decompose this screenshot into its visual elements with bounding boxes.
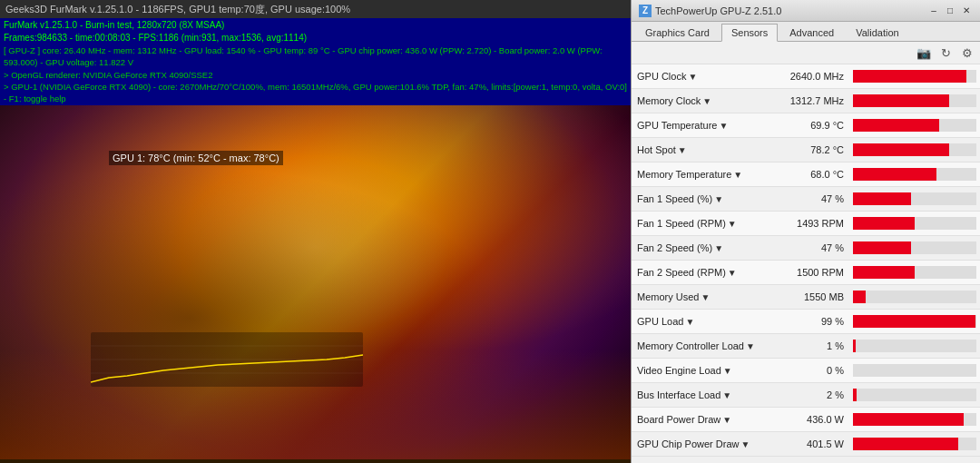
tab-validation[interactable]: Validation (846, 24, 909, 41)
gpuz-tab-bar: Graphics Card Sensors Advanced Validatio… (632, 22, 980, 42)
sensor-name-10: GPU Load▼ (632, 316, 777, 327)
gpu-temp-label: GPU 1: 78°C (min: 52°C - max: 78°C) (109, 151, 283, 165)
sensor-dropdown-4[interactable]: ▼ (733, 170, 742, 180)
sensor-value-9: 1550 MB (777, 291, 849, 302)
sensor-value-2: 69.9 °C (777, 120, 849, 131)
gpuz-window-controls: – □ ✕ (927, 5, 973, 17)
sensor-bar-4 (853, 168, 936, 181)
sensor-bar-9 (853, 291, 866, 303)
sensor-bar-container-14 (853, 413, 976, 426)
sensor-name-7: Fan 2 Speed (%)▼ (632, 242, 777, 253)
sensor-value-13: 2 % (777, 389, 849, 400)
sensor-bar-14 (853, 413, 964, 426)
sensor-dropdown-11[interactable]: ▼ (746, 341, 755, 351)
sensor-row-12: Video Engine Load▼0 % (632, 359, 980, 383)
sensor-bar-13 (853, 389, 857, 401)
sensor-bar-1 (853, 94, 949, 107)
sensor-value-3: 78.2 °C (777, 144, 849, 155)
sensor-bar-container-0 (853, 70, 976, 83)
sensor-bar-11 (853, 340, 856, 352)
sensor-row-14: Board Power Draw▼436.0 W (632, 408, 980, 432)
sensor-row-0: GPU Clock▼2640.0 MHz (632, 64, 980, 89)
sensor-row-8: Fan 2 Speed (RPM)▼1500 RPM (632, 261, 980, 285)
sensor-value-8: 1500 RPM (777, 267, 849, 278)
sensor-dropdown-5[interactable]: ▼ (714, 194, 723, 204)
sensor-bar-5 (853, 192, 911, 205)
close-button[interactable]: ✕ (960, 5, 973, 17)
sensor-name-2: GPU Temperature▼ (632, 120, 777, 131)
sensor-value-0: 2640.0 MHz (777, 71, 849, 82)
sensor-dropdown-2[interactable]: ▼ (719, 121, 728, 131)
sensor-dropdown-6[interactable]: ▼ (728, 219, 737, 229)
sensor-value-5: 47 % (777, 193, 849, 204)
furmark-info-line1: FurMark v1.25.1.0 - Burn-in test, 1280x7… (4, 19, 627, 32)
sensor-dropdown-8[interactable]: ▼ (728, 268, 737, 278)
gpuz-titlebar: Z TechPowerUp GPU-Z 2.51.0 – □ ✕ (632, 0, 980, 22)
sensor-name-4: Memory Temperature▼ (632, 169, 777, 180)
sensor-dropdown-9[interactable]: ▼ (701, 292, 710, 302)
sensor-bar-container-4 (853, 168, 976, 181)
sensor-value-10: 99 % (777, 316, 849, 327)
sensor-row-13: Bus Interface Load▼2 % (632, 383, 980, 408)
sensor-bar-container-7 (853, 241, 976, 254)
sensor-bar-container-8 (853, 266, 976, 279)
sensor-value-7: 47 % (777, 242, 849, 253)
sensor-row-2: GPU Temperature▼69.9 °C (632, 113, 980, 138)
sensor-value-15: 401.5 W (777, 438, 849, 449)
sensor-bar-container-15 (853, 438, 976, 450)
sensor-bar-15 (853, 438, 958, 450)
sensor-dropdown-13[interactable]: ▼ (722, 390, 731, 400)
sensor-row-7: Fan 2 Speed (%)▼47 % (632, 236, 980, 261)
refresh-icon[interactable]: ↻ (936, 44, 955, 62)
sensor-bar-6 (853, 217, 915, 230)
sensor-name-1: Memory Clock▼ (632, 95, 777, 106)
tab-graphics-card[interactable]: Graphics Card (635, 24, 720, 41)
sensor-name-6: Fan 1 Speed (RPM)▼ (632, 218, 777, 229)
sensor-bar-container-12 (853, 364, 976, 377)
furmark-info-line2: Frames:984633 - time:00:08:03 - FPS:1186… (4, 32, 627, 44)
sensor-dropdown-15[interactable]: ▼ (740, 439, 750, 449)
tab-sensors[interactable]: Sensors (721, 24, 778, 42)
sensor-name-0: GPU Clock▼ (632, 71, 777, 82)
settings-icon[interactable]: ⚙ (958, 44, 976, 62)
furmark-info-line4: > OpenGL renderer: NVIDIA GeForce RTX 40… (4, 69, 627, 81)
sensor-dropdown-7[interactable]: ▼ (714, 243, 723, 253)
sensor-row-3: Hot Spot▼78.2 °C (632, 138, 980, 163)
sensor-dropdown-1[interactable]: ▼ (702, 96, 711, 106)
gpuz-title-text: TechPowerUp GPU-Z 2.51.0 (655, 5, 781, 16)
sensor-dropdown-0[interactable]: ▼ (688, 72, 697, 82)
furmark-panel: Geeks3D FurMark v.1.25.1.0 - 1186FPS, GP… (0, 0, 631, 463)
sensor-value-14: 436.0 W (777, 414, 849, 425)
sensor-bar-container-3 (853, 143, 976, 156)
sensor-bar-container-1 (853, 94, 976, 107)
sensor-dropdown-10[interactable]: ▼ (685, 317, 694, 327)
sensor-row-4: Memory Temperature▼68.0 °C (632, 163, 980, 187)
furmark-info-line5: > GPU-1 (NVIDIA GeForce RTX 4090) - core… (4, 81, 627, 93)
sensor-value-12: 0 % (777, 365, 849, 376)
screenshot-icon[interactable]: 📷 (915, 44, 933, 62)
sensor-value-4: 68.0 °C (777, 169, 849, 180)
tab-advanced[interactable]: Advanced (779, 24, 844, 41)
furmark-bottom-area: FurMark 什么值得买 (0, 459, 631, 463)
sensor-dropdown-3[interactable]: ▼ (678, 145, 687, 155)
gpuz-icon: Z (639, 5, 652, 17)
sensor-bar-container-9 (853, 291, 976, 303)
sensor-bar-container-5 (853, 192, 976, 205)
sensor-bar-10 (853, 315, 975, 328)
sensor-row-6: Fan 1 Speed (RPM)▼1493 RPM (632, 212, 980, 236)
sensor-row-11: Memory Controller Load▼1 % (632, 334, 980, 359)
furmark-render-canvas: GPU 1: 78°C (min: 52°C - max: 78°C) (0, 105, 631, 459)
sensor-bar-8 (853, 266, 915, 279)
furmark-info-line3: [ GPU-Z ] core: 26.40 MHz - mem: 1312 MH… (4, 44, 627, 69)
sensor-dropdown-14[interactable]: ▼ (722, 415, 731, 425)
minimize-button[interactable]: – (927, 5, 940, 17)
sensor-name-8: Fan 2 Speed (RPM)▼ (632, 267, 777, 278)
furmark-title: Geeks3D FurMark v.1.25.1.0 - 1186FPS, GP… (5, 3, 350, 16)
maximize-button[interactable]: □ (944, 5, 956, 17)
sensor-bar-container-13 (853, 389, 976, 401)
gpuz-toolbar: 📷 ↻ ⚙ (632, 42, 980, 64)
sensor-dropdown-12[interactable]: ▼ (723, 366, 732, 376)
sensor-name-15: GPU Chip Power Draw▼ (632, 438, 777, 449)
sensor-name-5: Fan 1 Speed (%)▼ (632, 193, 777, 204)
temperature-graph (91, 332, 363, 387)
